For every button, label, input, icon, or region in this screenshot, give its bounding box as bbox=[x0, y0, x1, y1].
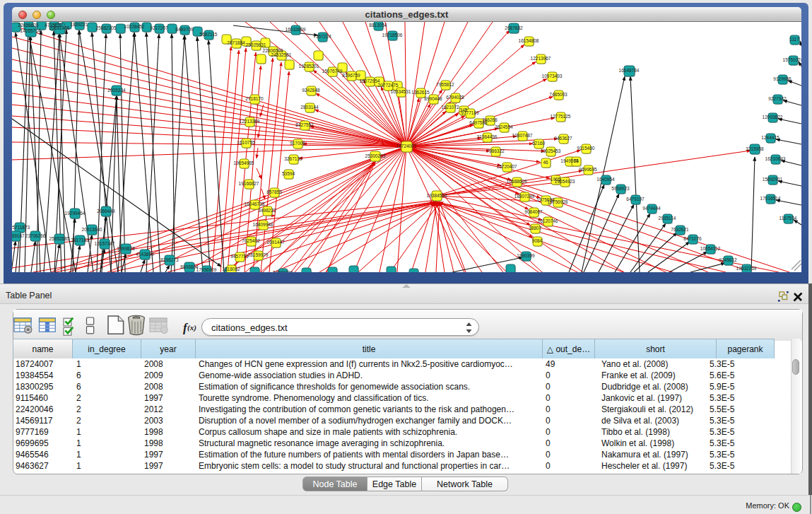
svg-text:16210643: 16210643 bbox=[765, 156, 786, 161]
svg-text:12213967: 12213967 bbox=[531, 56, 551, 61]
svg-text:7485003: 7485003 bbox=[549, 92, 567, 97]
svg-text:20691406: 20691406 bbox=[49, 25, 70, 30]
svg-text:5958923: 5958923 bbox=[611, 186, 630, 191]
svg-text:4143890: 4143890 bbox=[136, 252, 154, 257]
svg-text:17016514: 17016514 bbox=[760, 196, 781, 201]
svg-text:8471076: 8471076 bbox=[683, 236, 702, 241]
svg-text:19384554: 19384554 bbox=[427, 193, 447, 198]
svg-text:8396759: 8396759 bbox=[342, 73, 360, 78]
svg-text:25300203: 25300203 bbox=[365, 153, 386, 158]
svg-text:2935114: 2935114 bbox=[659, 216, 676, 221]
svg-text:2687682: 2687682 bbox=[505, 25, 523, 30]
svg-text:1218062: 1218062 bbox=[222, 267, 240, 271]
svg-text:25025631: 25025631 bbox=[246, 42, 266, 47]
svg-text:2005334: 2005334 bbox=[107, 88, 126, 93]
svg-text:9699695: 9699695 bbox=[579, 167, 597, 172]
svg-text:19654985: 19654985 bbox=[234, 160, 254, 165]
svg-text:9084067: 9084067 bbox=[524, 209, 543, 214]
svg-text:9457791: 9457791 bbox=[230, 254, 249, 259]
svg-text:1621072: 1621072 bbox=[441, 105, 459, 110]
svg-text:3267130: 3267130 bbox=[284, 156, 302, 161]
svg-text:9217207: 9217207 bbox=[150, 25, 168, 30]
svg-text:8336273: 8336273 bbox=[160, 257, 179, 262]
svg-text:16033809: 16033809 bbox=[286, 27, 306, 32]
svg-text:12093822: 12093822 bbox=[763, 115, 783, 119]
svg-text:23706266: 23706266 bbox=[25, 233, 46, 238]
svg-text:9245612: 9245612 bbox=[719, 257, 737, 262]
svg-text:16072954: 16072954 bbox=[360, 78, 380, 83]
svg-text:9084: 9084 bbox=[532, 238, 543, 243]
svg-text:62160: 62160 bbox=[532, 141, 545, 146]
svg-text:7625402: 7625402 bbox=[242, 238, 260, 243]
svg-text:8489709: 8489709 bbox=[175, 27, 194, 32]
svg-text:9227342: 9227342 bbox=[768, 96, 787, 101]
svg-text:16409948: 16409948 bbox=[253, 222, 273, 227]
svg-text:9777169: 9777169 bbox=[461, 110, 479, 115]
svg-text:1999828: 1999828 bbox=[117, 246, 135, 251]
svg-text:19832259: 19832259 bbox=[736, 266, 757, 271]
svg-text:15692911: 15692911 bbox=[763, 177, 783, 182]
svg-text:1610755: 1610755 bbox=[237, 140, 255, 145]
svg-text:21200396: 21200396 bbox=[273, 270, 293, 272]
svg-text:15720407: 15720407 bbox=[497, 164, 517, 169]
svg-text:8427552: 8427552 bbox=[295, 122, 314, 127]
svg-text:3498222: 3498222 bbox=[258, 208, 276, 213]
svg-text:7671884: 7671884 bbox=[227, 40, 245, 45]
svg-text:19756928: 19756928 bbox=[548, 199, 568, 204]
svg-text:3624554: 3624554 bbox=[495, 124, 513, 129]
svg-text:(x): (x) bbox=[187, 323, 196, 332]
svg-text:12213369: 12213369 bbox=[240, 119, 260, 124]
svg-text:10973493: 10973493 bbox=[542, 74, 563, 78]
svg-text:16120746: 16120746 bbox=[538, 218, 558, 223]
svg-text:25711873: 25711873 bbox=[12, 225, 30, 230]
svg-text:1117: 1117 bbox=[789, 37, 799, 42]
svg-text:9115460: 9115460 bbox=[577, 146, 595, 151]
svg-text:9242848: 9242848 bbox=[302, 88, 320, 93]
svg-text:2718170: 2718170 bbox=[245, 96, 264, 101]
svg-text:16154808: 16154808 bbox=[519, 38, 539, 43]
svg-text:12775125: 12775125 bbox=[551, 114, 571, 119]
svg-text:2803144: 2803144 bbox=[300, 105, 319, 110]
svg-text:64: 64 bbox=[573, 158, 579, 163]
svg-text:15751074: 15751074 bbox=[783, 57, 801, 62]
svg-text:21364436: 21364436 bbox=[477, 134, 498, 139]
svg-text:1244415: 1244415 bbox=[761, 135, 779, 140]
svg-text:16648784: 16648784 bbox=[619, 68, 640, 73]
svg-text:20813640: 20813640 bbox=[82, 227, 102, 232]
svg-text:24532561: 24532561 bbox=[271, 52, 292, 57]
svg-text:19285201: 19285201 bbox=[299, 64, 319, 69]
svg-text:5682115: 5682115 bbox=[200, 32, 218, 37]
svg-text:1362615: 1362615 bbox=[411, 90, 430, 95]
svg-text:10228452: 10228452 bbox=[124, 24, 145, 29]
svg-text:8990448: 8990448 bbox=[424, 96, 442, 101]
svg-text:9129966: 9129966 bbox=[773, 76, 792, 81]
svg-text:6497568: 6497568 bbox=[469, 120, 488, 125]
svg-text:6479197: 6479197 bbox=[626, 197, 645, 201]
svg-text:53594: 53594 bbox=[282, 171, 295, 176]
svg-text:3215958: 3215958 bbox=[746, 146, 764, 151]
svg-text:46: 46 bbox=[543, 160, 548, 165]
svg-text:19299464: 19299464 bbox=[65, 211, 86, 216]
svg-text:15076749: 15076749 bbox=[322, 69, 343, 74]
svg-text:1691447: 1691447 bbox=[266, 240, 285, 245]
svg-text:9474444: 9474444 bbox=[642, 206, 661, 211]
svg-text:917006: 917006 bbox=[290, 141, 305, 146]
svg-text:2066449: 2066449 bbox=[97, 209, 115, 214]
svg-text:16046738: 16046738 bbox=[245, 201, 265, 206]
svg-text:6794028: 6794028 bbox=[446, 95, 464, 100]
svg-text:10654112: 10654112 bbox=[700, 246, 721, 251]
svg-text:1167534: 1167534 bbox=[779, 216, 797, 221]
svg-text:19218506: 19218506 bbox=[382, 33, 403, 37]
svg-text:7955812: 7955812 bbox=[436, 82, 454, 87]
svg-text:19166827: 19166827 bbox=[239, 181, 259, 186]
svg-text:10025453: 10025453 bbox=[541, 148, 561, 153]
svg-text:14055714: 14055714 bbox=[20, 28, 41, 33]
svg-text:18724007: 18724007 bbox=[396, 144, 417, 148]
svg-text:7357224: 7357224 bbox=[313, 34, 331, 39]
svg-text:20772475: 20772475 bbox=[378, 83, 399, 88]
svg-text:10334531: 10334531 bbox=[391, 89, 411, 94]
svg-text:10688609: 10688609 bbox=[507, 179, 527, 184]
svg-text:15157347: 15157347 bbox=[95, 241, 115, 246]
svg-text:1640954: 1640954 bbox=[596, 177, 615, 182]
svg-text:8813054: 8813054 bbox=[369, 23, 387, 28]
